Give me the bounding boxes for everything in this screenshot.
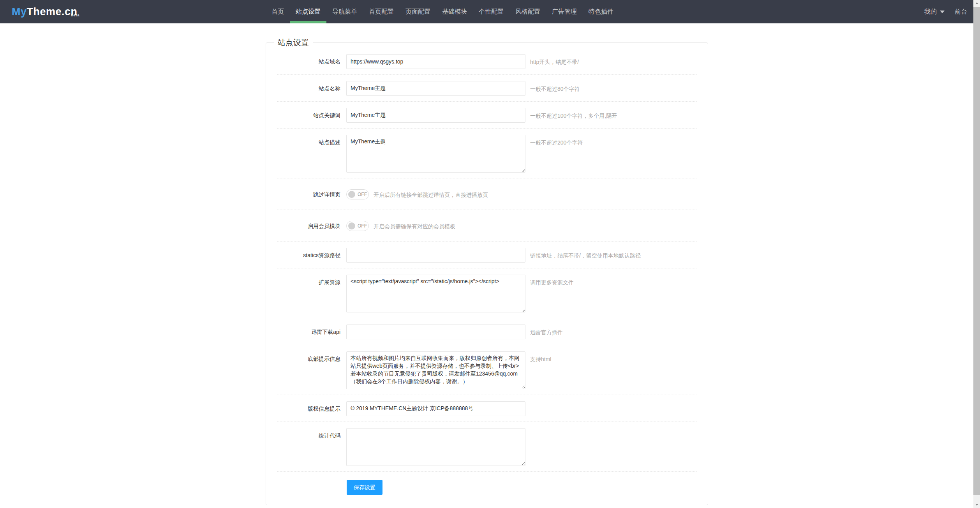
field-hint: 一般不超过200个字符 <box>530 135 583 146</box>
nav-item-personal-config[interactable]: 个性配置 <box>473 0 509 23</box>
form-row-site-domain: 站点域名 http开头，结尾不带/ <box>266 48 708 74</box>
field-label: 站点关键词 <box>266 108 346 123</box>
site-name-input[interactable] <box>346 81 525 96</box>
form-row-footer-notice: 底部提示信息 支持html <box>266 345 708 395</box>
field-label: 扩展资源 <box>266 275 346 289</box>
footer-notice-textarea[interactable] <box>346 351 525 389</box>
form-row-statics-path: statics资源路径 链接地址，结尾不带/，留空使用本地默认路径 <box>266 242 708 268</box>
field-label: statics资源路径 <box>266 248 346 263</box>
analytics-code-textarea[interactable] <box>346 428 525 466</box>
nav-item-site-settings[interactable]: 站点设置 <box>290 0 326 23</box>
nav-item-ad-manage[interactable]: 广告管理 <box>546 0 583 23</box>
nav-item-featured-plugins[interactable]: 特色插件 <box>583 0 619 23</box>
form-row-thunder-api: 迅雷下载api 迅雷官方插件 <box>266 318 708 345</box>
main-content: 站点设置 站点域名 http开头，结尾不带/ 站点名称 一般不超过80个字符 站… <box>266 23 708 505</box>
field-hint: http开头，结尾不带/ <box>530 54 579 66</box>
field-label: 底部提示信息 <box>266 351 346 366</box>
site-logo[interactable]: MyTheme.cn beta <box>12 0 78 23</box>
form-row-analytics-code: 统计代码 <box>266 422 708 471</box>
site-keywords-input[interactable] <box>346 108 525 123</box>
button-row: 保存设置 <box>266 472 708 495</box>
field-hint: 调用更多资源文件 <box>530 275 574 286</box>
scrollbar-down-button[interactable] <box>973 501 980 508</box>
statics-path-input[interactable] <box>346 248 525 263</box>
logo-prefix: My <box>12 6 27 18</box>
switch-state-label: OFF <box>358 223 367 229</box>
member-module-switch[interactable]: OFF <box>346 221 369 231</box>
nav-item-nav-menu[interactable]: 导航菜单 <box>326 0 363 23</box>
scroll-down-arrow-icon <box>975 504 978 506</box>
field-label: 站点域名 <box>266 54 346 69</box>
skip-detail-switch[interactable]: OFF <box>346 189 369 199</box>
site-settings-card: 站点设置 站点域名 http开头，结尾不带/ 站点名称 一般不超过80个字符 站… <box>266 37 708 505</box>
nav-item-frontend[interactable]: 前台 <box>955 0 967 23</box>
thunder-api-input[interactable] <box>346 325 525 339</box>
scrollbar[interactable] <box>973 0 980 508</box>
form-row-site-description: 站点描述 一般不超过200个字符 <box>266 129 708 178</box>
site-domain-input[interactable] <box>346 54 525 69</box>
form-row-skip-detail: 跳过详情页 OFF 开启后所有链接全部跳过详情页，直接进播放页 <box>266 178 708 210</box>
field-label: 启用会员模块 <box>266 219 346 233</box>
field-hint: 开启后所有链接全部跳过详情页，直接进播放页 <box>374 187 488 199</box>
nav-item-style-config[interactable]: 风格配置 <box>509 0 546 23</box>
nav-item-home-config[interactable]: 首页配置 <box>363 0 400 23</box>
nav-item-page-config[interactable]: 页面配置 <box>400 0 436 23</box>
field-label: 站点名称 <box>266 81 346 96</box>
card-title: 站点设置 <box>274 37 313 48</box>
nav-item-base-modules[interactable]: 基础模块 <box>436 0 473 23</box>
field-label: 版权信息提示 <box>266 401 346 416</box>
switch-knob-icon <box>348 222 355 229</box>
save-settings-button[interactable]: 保存设置 <box>347 480 382 495</box>
field-hint: 一般不超过80个字符 <box>530 81 580 93</box>
field-label: 迅雷下载api <box>266 325 346 339</box>
field-hint: 链接地址，结尾不带/，留空使用本地默认路径 <box>530 248 641 259</box>
site-description-textarea[interactable] <box>346 135 525 173</box>
copyright-input[interactable] <box>346 401 525 416</box>
my-menu-label: 我的 <box>924 8 937 15</box>
switch-knob-icon <box>348 191 355 198</box>
extra-resources-textarea[interactable] <box>346 275 525 312</box>
form-row-site-name: 站点名称 一般不超过80个字符 <box>266 75 708 101</box>
field-label: 站点描述 <box>266 135 346 150</box>
field-hint: 支持html <box>530 351 551 363</box>
logo-suffix: Theme.cn <box>27 6 78 18</box>
chevron-down-icon <box>940 11 945 13</box>
field-hint: 迅雷官方插件 <box>530 325 563 336</box>
field-label: 统计代码 <box>266 428 346 443</box>
form-row-site-keywords: 站点关键词 一般不超过100个字符，多个用,隔开 <box>266 102 708 128</box>
beta-badge: beta <box>71 4 80 27</box>
scrollbar-up-button[interactable] <box>973 0 980 7</box>
nav-item-home[interactable]: 首页 <box>266 0 290 23</box>
scroll-up-arrow-icon <box>975 2 978 4</box>
form-row-copyright: 版权信息提示 <box>266 395 708 422</box>
form-row-extra-resources: 扩展资源 调用更多资源文件 <box>266 268 708 318</box>
field-hint: 开启会员需确保有对应的会员模板 <box>374 219 455 230</box>
field-label: 跳过详情页 <box>266 187 346 202</box>
scrollbar-thumb[interactable] <box>973 7 980 495</box>
form-row-member-module: 启用会员模块 OFF 开启会员需确保有对应的会员模板 <box>266 210 708 241</box>
main-nav: 首页 站点设置 导航菜单 首页配置 页面配置 基础模块 个性配置 风格配置 广告… <box>266 0 619 23</box>
nav-item-my-dropdown[interactable]: 我的 <box>924 0 945 23</box>
nav-right-group: 我的 前台 <box>914 0 967 23</box>
top-navbar: MyTheme.cn beta 首页 站点设置 导航菜单 首页配置 页面配置 基… <box>0 0 980 23</box>
field-hint: 一般不超过100个字符，多个用,隔开 <box>530 108 617 120</box>
switch-state-label: OFF <box>358 192 367 197</box>
